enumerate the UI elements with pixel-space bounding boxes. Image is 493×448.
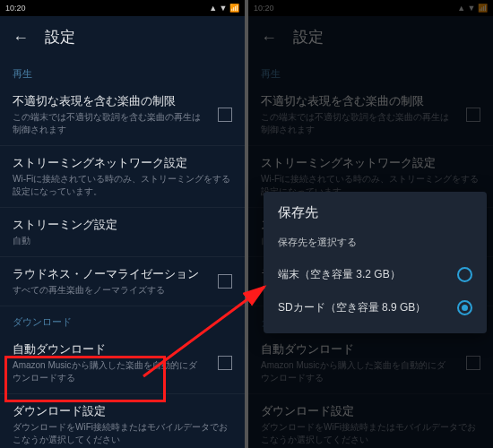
item-desc: Amazon Musicから購入した楽曲を自動的にダウンロードする bbox=[13, 359, 232, 384]
item-streaming-network[interactable]: ストリーミングネットワーク設定 Wi-Fiに接続されている時のみ、ストリーミング… bbox=[0, 146, 245, 208]
item-download-settings[interactable]: ダウンロード設定 ダウンロードをWiFi接続時またはモバイルデータでおこなうか選… bbox=[248, 394, 493, 448]
checkbox-icon[interactable] bbox=[466, 356, 480, 370]
header: ← 設定 bbox=[0, 16, 245, 58]
status-bar: 10:20 ▲ ▼ 📶 bbox=[248, 0, 493, 16]
back-icon[interactable]: ← bbox=[13, 30, 29, 46]
item-auto-download[interactable]: 自動ダウンロード Amazon Musicから購入した楽曲を自動的にダウンロード… bbox=[248, 332, 493, 394]
item-desc: 自動 bbox=[13, 235, 232, 247]
item-title: ストリーミング設定 bbox=[13, 217, 232, 233]
status-time: 10:20 bbox=[254, 4, 274, 13]
page-title: 設定 bbox=[293, 27, 324, 47]
item-desc: Wi-Fiに接続されている時のみ、ストリーミングをする設定になっています。 bbox=[13, 173, 232, 198]
status-time: 10:20 bbox=[5, 4, 26, 13]
checkbox-icon[interactable] bbox=[218, 108, 232, 122]
status-icons: ▲ ▼ 📶 bbox=[457, 4, 488, 13]
item-desc: すべての再生楽曲をノーマライズする bbox=[13, 284, 232, 297]
page-title: 設定 bbox=[45, 27, 75, 47]
option-sdcard[interactable]: SDカード（空き容量 8.9 GB） bbox=[264, 291, 487, 324]
option-label: 端末（空き容量 3.2 GB） bbox=[278, 267, 401, 282]
option-device[interactable]: 端末（空き容量 3.2 GB） bbox=[264, 258, 487, 291]
checkbox-icon[interactable] bbox=[218, 274, 232, 289]
item-title: ダウンロード設定 bbox=[13, 403, 232, 419]
item-desc: この端末では不適切な歌詞を含む楽曲の再生は制御されます bbox=[13, 111, 232, 136]
section-playback: 再生 bbox=[248, 58, 493, 84]
item-loudness-normalization[interactable]: ラウドネス・ノーマライゼーション すべての再生楽曲をノーマライズする bbox=[0, 257, 245, 306]
settings-list: 再生 不適切な表現を含む楽曲の制限 この端末では不適切な歌詞を含む楽曲の再生は制… bbox=[0, 58, 245, 448]
item-title: ダウンロード設定 bbox=[261, 403, 480, 419]
item-title: 自動ダウンロード bbox=[13, 341, 232, 358]
item-desc: ダウンロードをWiFi接続時またはモバイルデータでおこなうか選択してください bbox=[13, 421, 232, 446]
radio-icon[interactable] bbox=[457, 267, 472, 282]
item-auto-download[interactable]: 自動ダウンロード Amazon Musicから購入した楽曲を自動的にダウンロード… bbox=[0, 332, 245, 394]
status-icons: ▲ ▼ 📶 bbox=[209, 4, 239, 13]
item-streaming-quality[interactable]: ストリーミング設定 自動 bbox=[0, 208, 245, 257]
item-download-settings[interactable]: ダウンロード設定 ダウンロードをWiFi接続時またはモバイルデータでおこなうか選… bbox=[0, 394, 245, 448]
item-desc: この端末では不適切な歌詞を含む楽曲の再生は制御されます bbox=[261, 111, 480, 136]
radio-icon[interactable] bbox=[457, 300, 472, 315]
item-desc: ダウンロードをWiFi接続時またはモバイルデータでおこなうか選択してください bbox=[261, 421, 480, 446]
item-title: ストリーミングネットワーク設定 bbox=[261, 155, 480, 171]
item-title: 不適切な表現を含む楽曲の制限 bbox=[261, 93, 480, 109]
header: ← 設定 bbox=[248, 16, 493, 58]
section-download: ダウンロード bbox=[0, 306, 245, 332]
status-bar: 10:20 ▲ ▼ 📶 bbox=[0, 0, 245, 16]
settings-screen-before: 10:20 ▲ ▼ 📶 ← 設定 再生 不適切な表現を含む楽曲の制限 この端末で… bbox=[0, 0, 245, 448]
item-title: 自動ダウンロード bbox=[261, 341, 480, 358]
settings-screen-after: 10:20 ▲ ▼ 📶 ← 設定 再生 不適切な表現を含む楽曲の制限 この端末で… bbox=[248, 0, 493, 448]
dialog-title: 保存先 bbox=[264, 204, 487, 230]
item-title: 不適切な表現を含む楽曲の制限 bbox=[13, 93, 232, 109]
item-desc: Amazon Musicから購入した楽曲を自動的にダウンロードする bbox=[261, 359, 480, 384]
section-playback: 再生 bbox=[0, 58, 245, 84]
item-title: ラウドネス・ノーマライゼーション bbox=[13, 266, 232, 282]
storage-destination-dialog: 保存先 保存先を選択する 端末（空き容量 3.2 GB） SDカード（空き容量 … bbox=[264, 192, 487, 333]
back-icon[interactable]: ← bbox=[261, 30, 277, 46]
item-explicit-filter[interactable]: 不適切な表現を含む楽曲の制限 この端末では不適切な歌詞を含む楽曲の再生は制御され… bbox=[0, 84, 245, 146]
checkbox-icon[interactable] bbox=[466, 108, 480, 122]
checkbox-icon[interactable] bbox=[218, 356, 232, 370]
dialog-subtitle: 保存先を選択する bbox=[264, 230, 487, 258]
item-explicit-filter[interactable]: 不適切な表現を含む楽曲の制限 この端末では不適切な歌詞を含む楽曲の再生は制御され… bbox=[248, 84, 493, 146]
option-label: SDカード（空き容量 8.9 GB） bbox=[278, 300, 426, 315]
item-title: ストリーミングネットワーク設定 bbox=[13, 155, 232, 171]
